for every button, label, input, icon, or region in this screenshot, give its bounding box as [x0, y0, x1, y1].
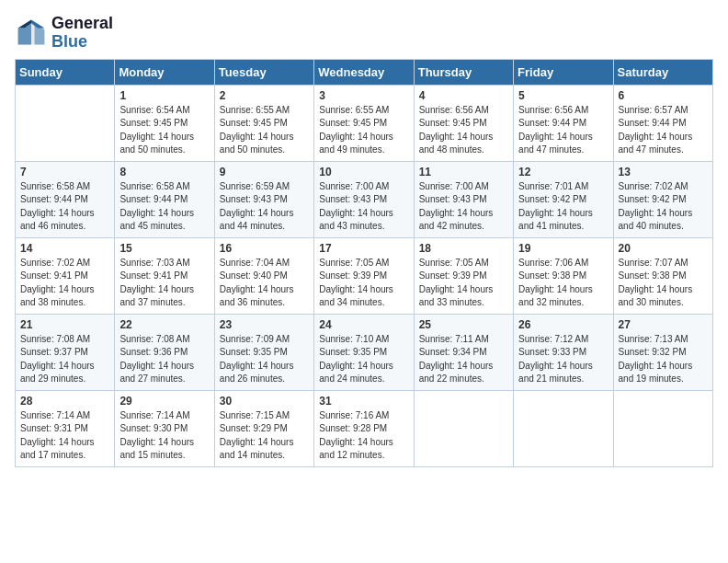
day-number: 31 — [319, 395, 408, 408]
cell-content: Sunrise: 6:54 AM Sunset: 9:45 PM Dayligh… — [119, 104, 209, 157]
day-number: 7 — [20, 166, 109, 178]
calendar-table: SundayMondayTuesdayWednesdayThursdayFrid… — [15, 59, 713, 467]
calendar-cell: 18Sunrise: 7:05 AM Sunset: 9:39 PM Dayli… — [414, 237, 513, 314]
calendar-cell: 21Sunrise: 7:08 AM Sunset: 9:37 PM Dayli… — [16, 314, 115, 390]
calendar-cell: 8Sunrise: 6:58 AM Sunset: 9:44 PM Daylig… — [115, 161, 214, 237]
day-number: 2 — [220, 89, 309, 102]
header-sunday: Sunday — [16, 59, 115, 85]
header-thursday: Thursday — [414, 59, 513, 85]
day-number: 26 — [518, 318, 608, 331]
calendar-cell — [414, 390, 513, 466]
calendar-cell: 31Sunrise: 7:16 AM Sunset: 9:28 PM Dayli… — [314, 390, 414, 466]
day-number: 24 — [319, 318, 408, 331]
day-number: 9 — [220, 166, 309, 178]
calendar-cell: 9Sunrise: 6:59 AM Sunset: 9:43 PM Daylig… — [214, 161, 313, 237]
day-number: 8 — [119, 166, 209, 178]
cell-content: Sunrise: 7:00 AM Sunset: 9:43 PM Dayligh… — [419, 180, 508, 234]
calendar-cell — [16, 85, 115, 161]
logo: General​ Blue — [15, 15, 113, 52]
day-number: 29 — [119, 395, 209, 408]
cell-content: Sunrise: 7:09 AM Sunset: 9:35 PM Dayligh… — [220, 333, 309, 386]
calendar-cell: 20Sunrise: 7:07 AM Sunset: 9:38 PM Dayli… — [613, 237, 712, 314]
calendar-cell: 1Sunrise: 6:54 AM Sunset: 9:45 PM Daylig… — [115, 85, 214, 161]
cell-content: Sunrise: 6:55 AM Sunset: 9:45 PM Dayligh… — [220, 104, 309, 157]
cell-content: Sunrise: 7:08 AM Sunset: 9:37 PM Dayligh… — [20, 333, 109, 386]
calendar-cell: 25Sunrise: 7:11 AM Sunset: 9:34 PM Dayli… — [414, 314, 513, 390]
day-number: 27 — [619, 318, 708, 331]
cell-content: Sunrise: 7:12 AM Sunset: 9:33 PM Dayligh… — [518, 333, 608, 386]
calendar-cell — [514, 390, 613, 466]
cell-content: Sunrise: 7:13 AM Sunset: 9:32 PM Dayligh… — [619, 333, 708, 386]
day-number: 1 — [119, 89, 209, 102]
calendar-week-row: 14Sunrise: 7:02 AM Sunset: 9:41 PM Dayli… — [16, 237, 713, 314]
day-number: 6 — [619, 89, 708, 102]
day-number: 23 — [220, 318, 309, 331]
calendar-week-row: 1Sunrise: 6:54 AM Sunset: 9:45 PM Daylig… — [16, 85, 713, 161]
day-number: 5 — [518, 89, 608, 102]
calendar-cell: 27Sunrise: 7:13 AM Sunset: 9:32 PM Dayli… — [613, 314, 712, 390]
page-header: General​ Blue — [15, 15, 713, 52]
cell-content: Sunrise: 7:10 AM Sunset: 9:35 PM Dayligh… — [319, 333, 408, 386]
calendar-cell: 7Sunrise: 6:58 AM Sunset: 9:44 PM Daylig… — [16, 161, 115, 237]
day-number: 25 — [419, 318, 508, 331]
calendar-cell: 19Sunrise: 7:06 AM Sunset: 9:38 PM Dayli… — [514, 237, 613, 314]
cell-content: Sunrise: 7:07 AM Sunset: 9:38 PM Dayligh… — [619, 257, 708, 310]
cell-content: Sunrise: 6:59 AM Sunset: 9:43 PM Dayligh… — [220, 180, 309, 234]
cell-content: Sunrise: 7:03 AM Sunset: 9:41 PM Dayligh… — [119, 257, 209, 310]
cell-content: Sunrise: 6:57 AM Sunset: 9:44 PM Dayligh… — [619, 104, 708, 157]
calendar-cell: 24Sunrise: 7:10 AM Sunset: 9:35 PM Dayli… — [314, 314, 414, 390]
cell-content: Sunrise: 7:02 AM Sunset: 9:42 PM Dayligh… — [619, 180, 708, 234]
calendar-cell: 17Sunrise: 7:05 AM Sunset: 9:39 PM Dayli… — [314, 237, 414, 314]
cell-content: Sunrise: 7:14 AM Sunset: 9:30 PM Dayligh… — [119, 409, 209, 463]
day-number: 4 — [419, 89, 508, 102]
header-saturday: Saturday — [613, 59, 712, 85]
cell-content: Sunrise: 7:05 AM Sunset: 9:39 PM Dayligh… — [419, 257, 508, 310]
cell-content: Sunrise: 7:00 AM Sunset: 9:43 PM Dayligh… — [319, 180, 408, 234]
day-number: 14 — [20, 242, 109, 255]
cell-content: Sunrise: 6:56 AM Sunset: 9:44 PM Dayligh… — [518, 104, 608, 157]
day-number: 22 — [119, 318, 209, 331]
logo-icon — [15, 17, 48, 50]
calendar-cell: 4Sunrise: 6:56 AM Sunset: 9:45 PM Daylig… — [414, 85, 513, 161]
cell-content: Sunrise: 6:58 AM Sunset: 9:44 PM Dayligh… — [20, 180, 109, 234]
cell-content: Sunrise: 7:05 AM Sunset: 9:39 PM Dayligh… — [319, 257, 408, 310]
cell-content: Sunrise: 7:15 AM Sunset: 9:29 PM Dayligh… — [220, 409, 309, 463]
calendar-cell: 22Sunrise: 7:08 AM Sunset: 9:36 PM Dayli… — [115, 314, 214, 390]
calendar-cell: 2Sunrise: 6:55 AM Sunset: 9:45 PM Daylig… — [214, 85, 313, 161]
day-number: 20 — [619, 242, 708, 255]
day-number: 3 — [319, 89, 408, 102]
calendar-cell: 26Sunrise: 7:12 AM Sunset: 9:33 PM Dayli… — [514, 314, 613, 390]
calendar-cell: 28Sunrise: 7:14 AM Sunset: 9:31 PM Dayli… — [16, 390, 115, 466]
calendar-cell: 13Sunrise: 7:02 AM Sunset: 9:42 PM Dayli… — [613, 161, 712, 237]
day-number: 21 — [20, 318, 109, 331]
calendar-cell: 16Sunrise: 7:04 AM Sunset: 9:40 PM Dayli… — [214, 237, 313, 314]
cell-content: Sunrise: 7:01 AM Sunset: 9:42 PM Dayligh… — [518, 180, 608, 234]
cell-content: Sunrise: 7:16 AM Sunset: 9:28 PM Dayligh… — [319, 409, 408, 463]
day-number: 19 — [518, 242, 608, 255]
cell-content: Sunrise: 6:55 AM Sunset: 9:45 PM Dayligh… — [319, 104, 408, 157]
calendar-cell — [613, 390, 712, 466]
day-number: 17 — [319, 242, 408, 255]
cell-content: Sunrise: 7:02 AM Sunset: 9:41 PM Dayligh… — [20, 257, 109, 310]
day-number: 28 — [20, 395, 109, 408]
cell-content: Sunrise: 7:04 AM Sunset: 9:40 PM Dayligh… — [220, 257, 309, 310]
calendar-cell: 3Sunrise: 6:55 AM Sunset: 9:45 PM Daylig… — [314, 85, 414, 161]
calendar-week-row: 21Sunrise: 7:08 AM Sunset: 9:37 PM Dayli… — [16, 314, 713, 390]
cell-content: Sunrise: 7:06 AM Sunset: 9:38 PM Dayligh… — [518, 257, 608, 310]
header-monday: Monday — [115, 59, 214, 85]
calendar-cell: 12Sunrise: 7:01 AM Sunset: 9:42 PM Dayli… — [514, 161, 613, 237]
day-number: 12 — [518, 166, 608, 178]
calendar-cell: 6Sunrise: 6:57 AM Sunset: 9:44 PM Daylig… — [613, 85, 712, 161]
day-number: 18 — [419, 242, 508, 255]
cell-content: Sunrise: 6:56 AM Sunset: 9:45 PM Dayligh… — [419, 104, 508, 157]
calendar-cell: 30Sunrise: 7:15 AM Sunset: 9:29 PM Dayli… — [214, 390, 313, 466]
header-tuesday: Tuesday — [214, 59, 313, 85]
calendar-cell: 23Sunrise: 7:09 AM Sunset: 9:35 PM Dayli… — [214, 314, 313, 390]
cell-content: Sunrise: 7:14 AM Sunset: 9:31 PM Dayligh… — [20, 409, 109, 463]
calendar-cell: 5Sunrise: 6:56 AM Sunset: 9:44 PM Daylig… — [514, 85, 613, 161]
calendar-cell: 14Sunrise: 7:02 AM Sunset: 9:41 PM Dayli… — [16, 237, 115, 314]
day-number: 16 — [220, 242, 309, 255]
calendar-cell: 11Sunrise: 7:00 AM Sunset: 9:43 PM Dayli… — [414, 161, 513, 237]
day-number: 10 — [319, 166, 408, 178]
cell-content: Sunrise: 6:58 AM Sunset: 9:44 PM Dayligh… — [119, 180, 209, 234]
